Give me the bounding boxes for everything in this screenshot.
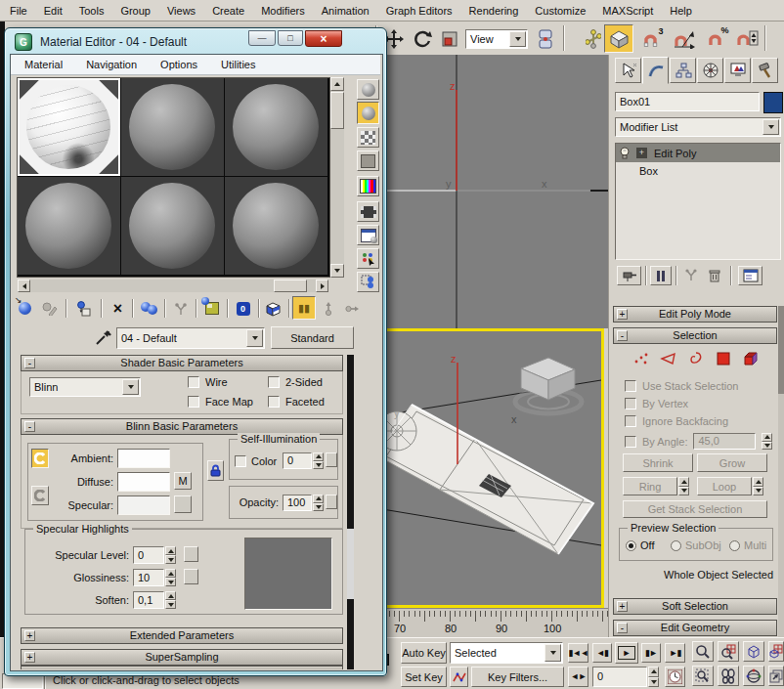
pin-stack-button[interactable]: [617, 266, 641, 285]
reset-material-button[interactable]: ×: [107, 297, 129, 320]
time-configuration-button[interactable]: [665, 667, 685, 687]
wire-option[interactable]: Wire: [188, 376, 228, 388]
viewport-perspective-active[interactable]: z y x: [373, 328, 604, 608]
sample-type-button[interactable]: [357, 79, 379, 100]
specular-map-button[interactable]: [174, 495, 192, 513]
set-key-button[interactable]: Set Key: [401, 667, 447, 687]
grow-button[interactable]: Grow: [697, 453, 767, 472]
sample-slot[interactable]: [225, 78, 327, 176]
menu-views[interactable]: Views: [165, 5, 197, 17]
soften-field[interactable]: 0,1: [133, 591, 164, 609]
subobject-edge-button[interactable]: [658, 349, 679, 368]
preview-off-option[interactable]: Off: [626, 539, 654, 551]
dropdown-arrow-icon[interactable]: [544, 644, 561, 662]
material-options-button[interactable]: [357, 225, 379, 245]
subobject-element-button[interactable]: [740, 349, 762, 368]
scroll-right-button[interactable]: [316, 280, 328, 292]
glossiness-field[interactable]: 10: [133, 569, 164, 586]
sample-slot[interactable]: [225, 177, 327, 275]
show-end-result-stack-button[interactable]: [650, 266, 672, 285]
zoom-region-button[interactable]: [692, 666, 714, 686]
lock-specular-button[interactable]: [207, 460, 224, 481]
ring-button[interactable]: Ring: [623, 477, 677, 495]
background-button[interactable]: [357, 127, 379, 148]
multi-radio[interactable]: [729, 540, 740, 551]
subobject-polygon-button[interactable]: [713, 349, 734, 368]
select-and-rotate-button[interactable]: [410, 26, 434, 51]
assign-material-button[interactable]: [72, 297, 95, 320]
self-illum-map-button[interactable]: [326, 452, 337, 467]
loop-button[interactable]: Loop: [697, 477, 752, 495]
sample-slot[interactable]: [121, 78, 224, 176]
shader-type-dropdown[interactable]: Blinn: [29, 377, 141, 397]
remove-modifier-button[interactable]: [704, 266, 725, 285]
auto-key-button[interactable]: Auto Key: [401, 642, 447, 664]
faceted-checkbox[interactable]: [268, 396, 280, 408]
rollout-extended-parameters[interactable]: +Extended Parameters: [21, 627, 343, 644]
show-map-in-viewport-button[interactable]: [262, 297, 284, 320]
scroll-left-button[interactable]: [18, 280, 30, 292]
rollout-supersampling[interactable]: +SuperSampling: [21, 649, 343, 666]
scroll-up-button[interactable]: [330, 77, 344, 91]
panel-scrollbar[interactable]: [778, 306, 784, 637]
zoom-extents-button[interactable]: [743, 641, 764, 662]
stack-row-box[interactable]: Box: [616, 162, 780, 180]
sample-uv-tiling-button[interactable]: [357, 151, 379, 171]
me-menu-material[interactable]: Material: [24, 59, 63, 70]
glossiness-spinner[interactable]: [165, 569, 176, 586]
me-menu-navigation[interactable]: Navigation: [86, 59, 137, 70]
dropdown-arrow-icon[interactable]: [122, 379, 139, 395]
preview-subobj-option[interactable]: SubObj: [671, 539, 721, 551]
menu-graph-editors[interactable]: Graph Editors: [384, 5, 455, 17]
previous-frame-button[interactable]: ◄▮: [592, 643, 612, 663]
percent-snap-toggle-button[interactable]: %: [702, 27, 728, 51]
show-end-result-button[interactable]: ▮▮: [292, 296, 316, 320]
ignore-backfacing-checkbox[interactable]: [625, 415, 636, 427]
dropdown-arrow-icon[interactable]: [509, 31, 526, 47]
subobject-border-button[interactable]: [685, 349, 707, 368]
by-vertex-checkbox[interactable]: [625, 398, 636, 409]
tab-motion[interactable]: [697, 58, 723, 83]
self-illum-spinner[interactable]: [313, 452, 324, 469]
get-stack-selection-button[interactable]: Get Stack Selection: [623, 500, 767, 518]
material-id-channel-button[interactable]: 0: [232, 297, 254, 320]
opacity-map-button[interactable]: [326, 495, 337, 509]
loop-spinner[interactable]: [753, 477, 763, 495]
put-to-library-button[interactable]: [200, 297, 223, 320]
menu-file[interactable]: File: [8, 5, 29, 17]
soften-spinner[interactable]: [165, 591, 176, 609]
rollout-edit-poly-mode[interactable]: +Edit Poly Mode: [613, 306, 777, 323]
ambient-color-swatch[interactable]: [117, 449, 170, 468]
menu-create[interactable]: Create: [210, 5, 246, 17]
backlight-button[interactable]: [357, 102, 379, 124]
key-mode-toggle-button[interactable]: ◄►: [568, 667, 588, 687]
arc-rotate-button[interactable]: [743, 666, 764, 686]
opacity-value-field[interactable]: 100: [283, 495, 312, 511]
zoom-extents-all-button[interactable]: [768, 641, 784, 662]
rollout-selection[interactable]: -Selection: [613, 327, 777, 344]
menu-tools[interactable]: Tools: [77, 5, 107, 17]
sample-slot-active[interactable]: [18, 78, 120, 176]
tab-modify-active[interactable]: [642, 57, 669, 84]
go-to-start-button[interactable]: ▮◄◄: [568, 643, 588, 663]
dropdown-arrow-icon[interactable]: [762, 119, 779, 135]
rollout-edit-geometry[interactable]: -Edit Geometry: [613, 620, 777, 636]
pick-material-from-object-button[interactable]: [91, 327, 114, 348]
object-color-swatch[interactable]: [763, 92, 783, 113]
sample-vscrollbar[interactable]: [330, 77, 344, 278]
material-name-dropdown[interactable]: 04 - Default: [116, 327, 265, 349]
collapse-icon[interactable]: -: [24, 421, 35, 432]
titlebar[interactable]: G Material Editor - 04 - Default — □ ×: [8, 31, 381, 53]
rollout-soft-selection[interactable]: +Soft Selection: [613, 598, 777, 615]
tab-utilities[interactable]: [752, 58, 778, 83]
glossiness-map-button[interactable]: [184, 569, 198, 584]
sample-slot[interactable]: [121, 177, 224, 275]
tab-display[interactable]: [724, 58, 751, 83]
rollout-scrollbar[interactable]: [347, 355, 354, 669]
minimize-button[interactable]: —: [248, 30, 276, 46]
angle-snap-toggle-button[interactable]: [669, 27, 698, 51]
current-frame-field[interactable]: 0: [592, 667, 647, 687]
specular-level-spinner[interactable]: [165, 546, 176, 564]
tab-create[interactable]: [615, 58, 641, 83]
scroll-down-button[interactable]: [330, 264, 344, 278]
